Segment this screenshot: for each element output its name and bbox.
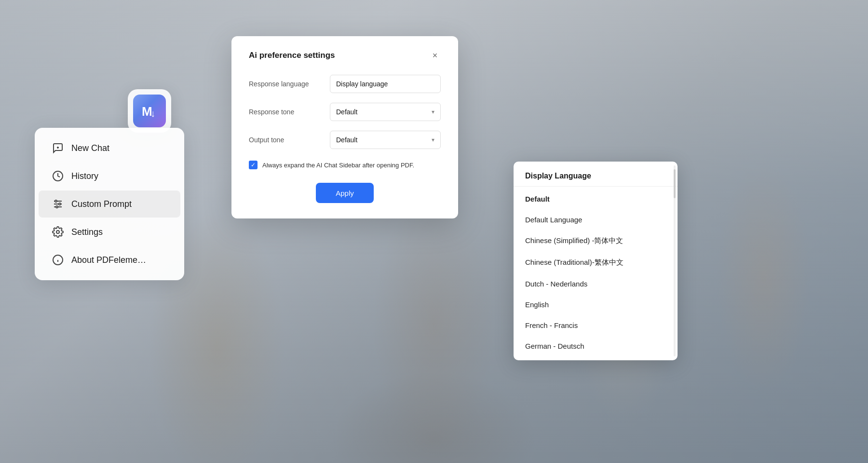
app-icon-label: M ↓ [133, 95, 166, 127]
app-icon: M ↓ [128, 89, 171, 133]
settings-dialog: Ai preference settings × Response langua… [231, 36, 458, 218]
sidebar-item-settings[interactable]: Settings [39, 218, 180, 245]
lang-divider-top [514, 186, 678, 187]
custom-prompt-label: Custom Prompt [71, 199, 132, 209]
sidebar-item-history[interactable]: History [39, 163, 180, 190]
menu-panel: New Chat History Custom Prompt Settings [35, 128, 184, 280]
clock-icon [52, 170, 64, 182]
about-label: About PDFeleme… [71, 255, 146, 265]
lang-item-english[interactable]: English [514, 294, 678, 315]
chevron-down-icon: ▾ [432, 109, 434, 115]
response-language-select[interactable]: Display language [330, 75, 441, 93]
response-tone-label: Response tone [249, 108, 294, 116]
lang-item-default-language[interactable]: Default Language [514, 209, 678, 230]
output-tone-select[interactable]: Default ▾ [330, 131, 441, 149]
dialog-header: Ai preference settings × [249, 50, 441, 61]
output-tone-row: Output tone Default ▾ [249, 131, 441, 149]
checkbox-row: ✓ Always expand the AI Chat Sidebar afte… [249, 161, 441, 169]
svg-point-9 [59, 203, 61, 205]
response-tone-select[interactable]: Default ▾ [330, 103, 441, 121]
sliders-icon [52, 198, 64, 210]
gear-icon [52, 226, 64, 238]
apply-button[interactable]: Apply [316, 183, 374, 203]
response-tone-value: Default [336, 108, 357, 116]
lang-item-chinese-traditional[interactable]: Chinese (Traditional)-繁体中文 [514, 252, 678, 273]
svg-point-11 [56, 231, 59, 233]
check-icon: ✓ [251, 162, 256, 168]
language-dropdown: Display Language Default Default Languag… [514, 162, 678, 360]
output-tone-label: Output tone [249, 136, 284, 144]
lang-item-french[interactable]: French - Francis [514, 315, 678, 336]
expand-sidebar-checkbox[interactable]: ✓ [249, 161, 258, 169]
scrollbar-thumb [674, 169, 676, 198]
response-language-row: Response language Display language [249, 75, 441, 93]
response-language-value: Display language [336, 80, 388, 88]
svg-point-10 [56, 206, 58, 208]
lang-item-chinese-simplified[interactable]: Chinese (Simplified) -简体中文 [514, 230, 678, 252]
settings-label: Settings [71, 227, 103, 237]
response-tone-row: Response tone Default ▾ [249, 103, 441, 121]
lang-item-default[interactable]: Default [514, 189, 678, 209]
chevron-down-icon-2: ▾ [432, 136, 434, 143]
output-tone-value: Default [336, 136, 357, 144]
response-language-label: Response language [249, 80, 309, 88]
sidebar-item-about[interactable]: About PDFeleme… [39, 246, 180, 273]
sidebar-item-custom-prompt[interactable]: Custom Prompt [39, 191, 180, 218]
checkbox-label: Always expand the AI Chat Sidebar after … [262, 162, 414, 169]
svg-text:↓: ↓ [150, 108, 155, 119]
scrollbar[interactable] [674, 165, 676, 356]
dialog-title: Ai preference settings [249, 51, 335, 60]
lang-item-german[interactable]: German - Deutsch [514, 336, 678, 356]
history-label: History [71, 171, 98, 181]
sidebar-item-new-chat[interactable]: New Chat [39, 135, 180, 162]
svg-point-8 [55, 200, 57, 202]
lang-dropdown-header: Display Language [514, 165, 678, 184]
info-icon [52, 254, 64, 266]
new-chat-label: New Chat [71, 143, 109, 153]
lang-item-dutch[interactable]: Dutch - Nederlands [514, 273, 678, 294]
chat-plus-icon [52, 142, 64, 154]
close-button[interactable]: × [429, 50, 441, 61]
